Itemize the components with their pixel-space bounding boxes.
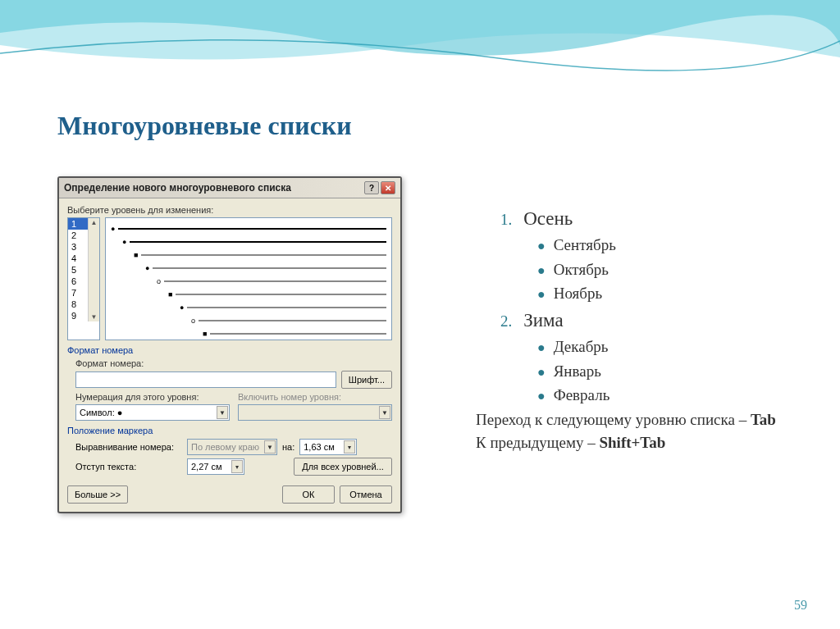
bullet-icon: ●: [537, 261, 546, 280]
at-position-value: 1,63 см: [304, 442, 335, 452]
bullet-icon: ●: [537, 236, 546, 255]
level-item[interactable]: 1: [68, 218, 88, 230]
list-subtext: Октябрь: [554, 258, 609, 281]
at-position-spinner[interactable]: 1,63 см ▾: [299, 439, 357, 455]
help-button[interactable]: ?: [364, 181, 379, 194]
font-button[interactable]: Шрифт...: [341, 371, 392, 389]
alignment-label: Выравнивание номера:: [75, 442, 182, 452]
more-button[interactable]: Больше >>: [67, 485, 128, 504]
bullet-icon: ●: [537, 386, 546, 405]
alignment-value: По левому краю: [191, 442, 259, 452]
list-subtext: Декабрь: [554, 335, 609, 358]
level-item[interactable]: 9: [68, 310, 88, 321]
slide-title: Многоуровневые списки: [57, 111, 352, 141]
list-subitem: ●Декабрь: [476, 335, 804, 358]
list-subtext: Февраль: [554, 384, 610, 407]
format-number-input[interactable]: [75, 371, 336, 388]
bullet-icon: ●: [537, 362, 546, 381]
marker-section-label: Положение маркера: [67, 426, 392, 435]
numbering-style-select[interactable]: Символ: ● ▼: [75, 404, 230, 421]
list-subtext: Сентябрь: [554, 234, 616, 257]
wave-decoration: [0, 0, 840, 98]
spinner-icon: ▾: [231, 460, 243, 473]
numbering-style-label: Нумерация для этого уровня:: [75, 392, 230, 402]
level-item[interactable]: 5: [68, 264, 88, 276]
list-item: 2. Зима: [476, 307, 804, 334]
chevron-down-icon: ▼: [379, 406, 390, 419]
list-subitem: ●Ноябрь: [476, 282, 804, 305]
alignment-select[interactable]: По левому краю ▼: [187, 439, 277, 455]
text-indent-spinner[interactable]: 2,27 см ▾: [187, 458, 244, 475]
multilevel-list-dialog: Определение нового многоуровневого списк…: [57, 176, 402, 513]
level-select-label: Выберите уровень для изменения:: [67, 205, 392, 215]
bullet-icon: ●: [537, 285, 546, 303]
list-subitem: ●Сентябрь: [476, 234, 804, 257]
level-item[interactable]: 3: [68, 241, 88, 253]
text-indent-value: 2,27 см: [191, 462, 222, 472]
text-indent-label: Отступ текста:: [75, 462, 182, 472]
chevron-down-icon: ▼: [217, 406, 228, 419]
level-listbox[interactable]: 1 2 3 4 5 6 7 8 9 ▲ ▼: [67, 217, 100, 340]
list-subitem: ●Октябрь: [476, 258, 804, 281]
format-section-label: Формат номера: [67, 345, 392, 355]
numbering-style-value: Символ: ●: [80, 408, 122, 417]
scroll-down-icon[interactable]: ▼: [91, 313, 98, 321]
level-scrollbar[interactable]: ▲ ▼: [88, 218, 99, 321]
close-button[interactable]: ✕: [381, 181, 395, 194]
note-text: Переход к следующему уровню списка – Tab: [476, 410, 804, 430]
spinner-icon: ▾: [344, 440, 355, 454]
list-number: 2.: [500, 310, 512, 333]
scroll-up-icon[interactable]: ▲: [91, 219, 98, 226]
note-text: К предыдущему – Shift+Tab: [476, 433, 804, 453]
list-item: 1. Осень: [476, 205, 804, 232]
list-subtext: Январь: [554, 360, 601, 383]
bullet-icon: ●: [537, 338, 546, 357]
at-label: на:: [282, 442, 294, 452]
list-text: Зима: [523, 307, 563, 334]
level-item[interactable]: 4: [68, 253, 88, 264]
list-number: 1.: [500, 208, 512, 231]
level-item[interactable]: 7: [68, 287, 88, 299]
include-level-label: Включить номер уровня:: [238, 392, 392, 402]
level-item[interactable]: 6: [68, 276, 88, 287]
include-level-select: ▼: [238, 404, 392, 421]
list-subtext: Ноябрь: [554, 282, 602, 305]
cancel-button[interactable]: Отмена: [340, 485, 392, 504]
example-list: 1. Осень ●Сентябрь ●Октябрь ●Ноябрь 2. З…: [476, 205, 804, 452]
dialog-title: Определение нового многоуровневого списк…: [64, 182, 291, 194]
list-subitem: ●Январь: [476, 360, 804, 383]
ok-button[interactable]: ОК: [282, 485, 335, 504]
level-item[interactable]: 2: [68, 230, 88, 241]
level-item[interactable]: 8: [68, 299, 88, 310]
format-number-label: Формат номера:: [75, 358, 392, 368]
dialog-titlebar: Определение нового многоуровневого списк…: [59, 178, 400, 198]
list-text: Осень: [523, 205, 573, 232]
all-levels-button[interactable]: Для всех уровней...: [294, 458, 392, 476]
list-subitem: ●Февраль: [476, 384, 804, 407]
chevron-down-icon: ▼: [264, 440, 276, 454]
page-number: 59: [794, 598, 807, 613]
list-preview: ● ● ■ ● o ■ ● o ■: [105, 217, 392, 340]
